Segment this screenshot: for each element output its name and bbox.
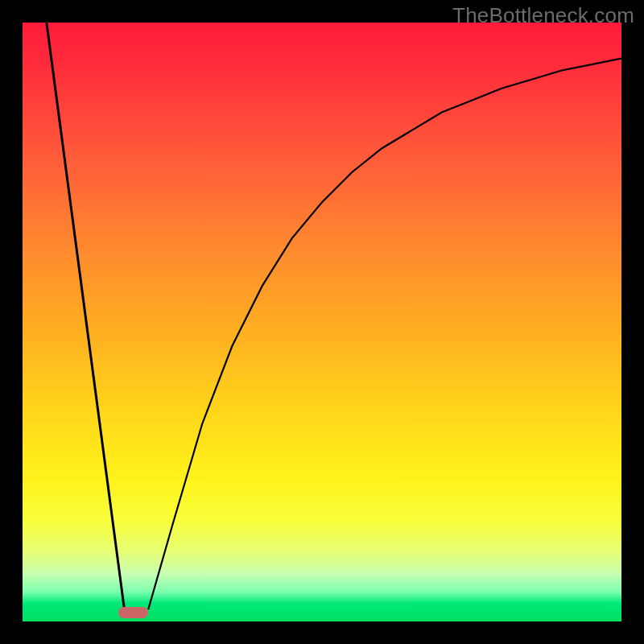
curve-layer xyxy=(23,23,621,621)
right-rising-curve xyxy=(148,59,621,610)
min-marker xyxy=(118,607,148,617)
plot-area xyxy=(23,23,621,621)
left-falling-line xyxy=(47,23,125,609)
watermark-text: TheBottleneck.com xyxy=(452,3,634,28)
chart-frame: TheBottleneck.com xyxy=(0,0,644,644)
